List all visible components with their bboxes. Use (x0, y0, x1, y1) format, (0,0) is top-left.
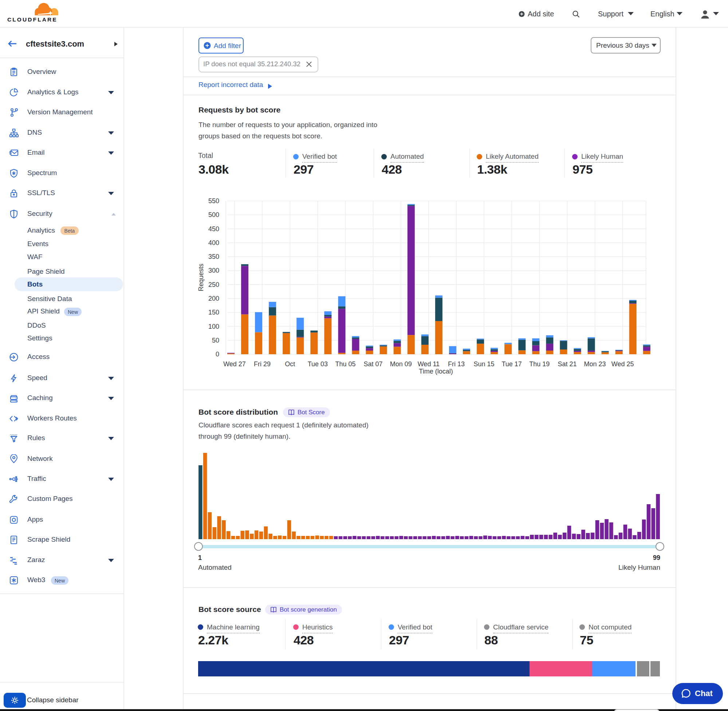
svg-text:Tue 17: Tue 17 (502, 360, 522, 368)
svg-text:150: 150 (208, 309, 219, 316)
svg-text:550: 550 (208, 197, 219, 205)
svg-text:Oct: Oct (285, 360, 295, 368)
svg-text:Wed 27: Wed 27 (223, 360, 246, 368)
svg-text:Thu 19: Thu 19 (529, 360, 549, 368)
svg-text:500: 500 (208, 211, 219, 218)
svg-text:200: 200 (208, 295, 219, 302)
svg-text:Mon 09: Mon 09 (390, 360, 412, 368)
svg-text:0: 0 (216, 351, 219, 358)
svg-text:Tue 03: Tue 03 (308, 360, 328, 368)
svg-text:Sun 15: Sun 15 (474, 360, 495, 368)
svg-text:Requests: Requests (197, 264, 205, 291)
svg-text:450: 450 (208, 225, 219, 233)
svg-text:400: 400 (208, 239, 219, 246)
svg-text:350: 350 (208, 253, 219, 260)
svg-text:50: 50 (212, 337, 219, 344)
svg-text:Thu 05: Thu 05 (335, 360, 356, 368)
svg-text:Wed 25: Wed 25 (611, 360, 634, 368)
svg-text:Wed 11: Wed 11 (418, 360, 440, 368)
svg-text:Fri 13: Fri 13 (448, 360, 465, 368)
svg-text:Sat 07: Sat 07 (364, 360, 383, 368)
svg-text:100: 100 (208, 323, 219, 330)
svg-text:Fri 29: Fri 29 (254, 360, 270, 368)
svg-text:250: 250 (208, 281, 219, 288)
svg-text:300: 300 (208, 267, 219, 274)
svg-text:Sat 21: Sat 21 (558, 360, 576, 368)
svg-text:Time (local): Time (local) (419, 368, 453, 375)
svg-text:Mon 23: Mon 23 (584, 360, 606, 368)
